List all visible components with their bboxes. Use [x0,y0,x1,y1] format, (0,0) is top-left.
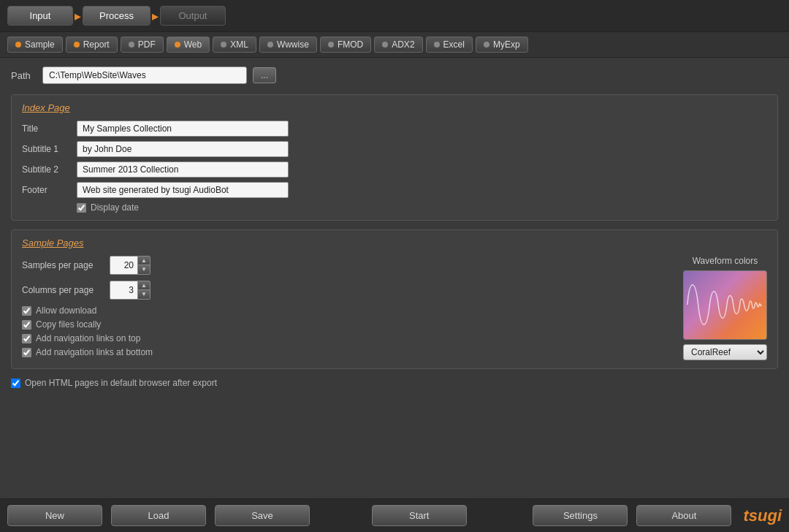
tab-myexp[interactable]: MyExp [476,37,528,53]
bottom-bar-left: New Load Save [7,505,314,526]
open-html-row: Open HTML pages in default browser after… [11,378,778,388]
samples-per-page-spinbtns: ▲ ▼ [138,256,150,274]
footer-label: Footer [22,185,77,195]
save-button[interactable]: Save [215,505,310,526]
title-row: Title [22,121,767,137]
display-date-label: Display date [91,202,139,213]
waveform-colors-label: Waveform colors [693,256,758,266]
tab-fmod-label: FMOD [338,39,363,50]
allow-download-checkbox[interactable] [22,306,31,316]
nav-links-bottom-label: Add navigation links at bottom [36,347,153,357]
title-label: Title [22,123,77,134]
sample-pages-panel: Sample Pages Samples per page ▲ ▼ Column… [11,229,778,369]
tab-dot-adx2 [382,42,388,48]
sample-left: Samples per page ▲ ▼ Columns per page [22,256,668,361]
tab-excel-label: Excel [443,39,465,50]
tab-pdf-label: PDF [138,39,156,50]
tab-report-label: Report [83,39,110,50]
tab-adx2[interactable]: ADX2 [374,37,422,53]
step-input-button[interactable]: Input [7,6,73,26]
nav-links-top-label: Add navigation links on top [36,333,140,343]
tab-bar: Sample Report PDF Web XML Wwwise FMOD AD… [0,32,789,58]
subtitle1-input[interactable] [77,141,289,157]
tab-excel[interactable]: Excel [426,37,473,53]
tab-sample-label: Sample [25,39,55,50]
tab-dot-wwwise [267,42,273,48]
tab-dot-sample [15,42,21,48]
tab-report[interactable]: Report [66,37,118,53]
nav-links-top-row: Add navigation links on top [22,333,668,343]
workflow-step-input: Input [7,6,73,26]
path-input[interactable] [42,66,247,84]
samples-per-page-input[interactable] [110,256,138,274]
columns-per-page-down[interactable]: ▼ [138,290,150,299]
open-html-label: Open HTML pages in default browser after… [25,378,217,388]
tab-dot-xml [221,42,226,48]
display-date-row: Display date [77,202,767,213]
columns-per-page-spinbtns: ▲ ▼ [138,281,150,299]
samples-per-page-label: Samples per page [22,260,110,270]
title-input[interactable] [77,121,289,137]
browse-button[interactable]: ... [253,67,276,83]
samples-per-page-row: Samples per page ▲ ▼ [22,256,668,275]
step-process-button[interactable]: Process [83,6,150,26]
start-button[interactable]: Start [372,505,467,526]
path-label: Path [11,70,37,81]
waveform-preview[interactable] [683,270,767,340]
tab-wwwise[interactable]: Wwwise [259,37,317,53]
workflow-bar: Input ▸ Process ▸ Output [0,0,789,32]
step-output-button[interactable]: Output [160,6,226,26]
columns-per-page-input[interactable] [110,281,138,299]
tab-web[interactable]: Web [167,37,210,53]
nav-links-top-checkbox[interactable] [22,334,31,343]
index-page-title[interactable]: Index Page [22,102,767,113]
tab-dot-myexp [484,42,489,48]
tab-web-label: Web [184,39,202,50]
subtitle1-label: Subtitle 1 [22,144,77,154]
load-button[interactable]: Load [111,505,206,526]
subtitle2-row: Subtitle 2 [22,162,767,178]
allow-download-row: Allow download [22,305,668,316]
bottom-bar-center: Start [314,505,528,526]
samples-per-page-spinner: ▲ ▼ [110,256,150,275]
sample-pages-title[interactable]: Sample Pages [22,238,767,248]
tab-wwwise-label: Wwwise [277,39,309,50]
new-button[interactable]: New [7,505,102,526]
bottom-bar-right: Settings About tsugi [528,505,782,526]
display-date-checkbox[interactable] [77,203,86,213]
copy-files-row: Copy files locally [22,319,668,330]
columns-per-page-label: Columns per page [22,285,110,295]
index-page-panel: Index Page Title Subtitle 1 Subtitle 2 F… [11,94,778,221]
colorscheme-select[interactable]: CoralReef Ocean Sunset Forest [683,344,767,360]
tab-dot-excel [434,42,440,48]
tab-dot-fmod [328,42,334,48]
tab-adx2-label: ADX2 [392,39,414,50]
samples-per-page-up[interactable]: ▲ [138,256,150,265]
workflow-step-process: Process [83,6,150,26]
copy-files-checkbox[interactable] [22,320,31,330]
tab-xml-label: XML [230,39,248,50]
waveform-svg [684,271,766,339]
settings-button[interactable]: Settings [533,505,628,526]
subtitle1-row: Subtitle 1 [22,141,767,157]
footer-input[interactable] [77,182,289,198]
open-html-checkbox[interactable] [11,379,20,388]
columns-per-page-spinner: ▲ ▼ [110,281,150,300]
subtitle2-input[interactable] [77,162,289,178]
tab-dot-report [74,42,80,48]
tab-fmod[interactable]: FMOD [320,37,371,53]
workflow-step-output: Output [160,6,226,26]
tab-pdf[interactable]: PDF [121,37,164,53]
arrow-sep-1: ▸ [75,8,81,24]
samples-per-page-down[interactable]: ▼ [138,265,150,274]
subtitle2-label: Subtitle 2 [22,164,77,175]
columns-per-page-up[interactable]: ▲ [138,281,150,290]
nav-links-bottom-checkbox[interactable] [22,348,31,357]
sample-panel-inner: Samples per page ▲ ▼ Columns per page [22,256,767,361]
about-button[interactable]: About [636,505,731,526]
tsugi-logo: tsugi [743,506,782,525]
tab-xml[interactable]: XML [213,37,256,53]
tab-sample[interactable]: Sample [7,37,63,53]
arrow-sep-2: ▸ [152,8,159,24]
tab-myexp-label: MyExp [493,39,520,50]
